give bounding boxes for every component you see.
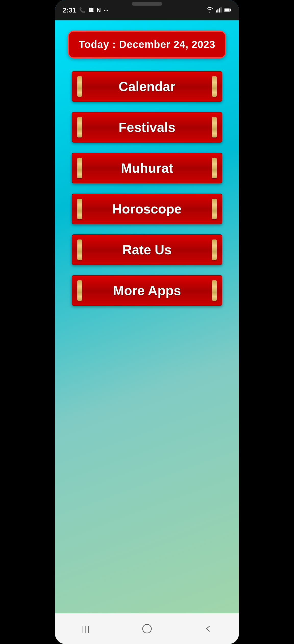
- festivals-label: Festivals: [119, 120, 176, 135]
- svg-rect-6: [230, 9, 231, 11]
- more-icon: ···: [104, 7, 108, 13]
- svg-rect-5: [225, 8, 230, 11]
- horoscope-label: Horoscope: [112, 201, 182, 217]
- horoscope-button[interactable]: Horoscope: [72, 194, 222, 224]
- svg-rect-2: [219, 8, 220, 12]
- call-icon: 📞: [79, 7, 85, 13]
- notch: [132, 2, 162, 6]
- bottom-nav: |||: [55, 613, 239, 644]
- back-button[interactable]: [198, 618, 218, 639]
- netflix-icon: N: [97, 7, 101, 14]
- muhurat-button[interactable]: Muhurat: [72, 153, 222, 183]
- svg-point-7: [143, 624, 151, 633]
- phone-frame: 2:31 📞 🖼 N ···: [55, 0, 239, 644]
- svg-rect-1: [217, 9, 218, 12]
- date-header-text: Today : December 24, 2023: [79, 39, 215, 50]
- signal-icon: [216, 7, 222, 14]
- home-button[interactable]: [137, 618, 157, 639]
- app-content: Today : December 24, 2023 Calendar Festi…: [55, 20, 239, 613]
- svg-rect-3: [220, 7, 222, 12]
- svg-rect-0: [216, 10, 217, 12]
- calendar-button[interactable]: Calendar: [72, 71, 222, 102]
- calendar-label: Calendar: [119, 79, 176, 94]
- more-apps-label: More Apps: [113, 283, 181, 298]
- screenshot-icon: 🖼: [89, 7, 94, 13]
- status-right: [206, 7, 231, 14]
- battery-icon: [224, 7, 231, 13]
- time-display: 2:31: [63, 6, 76, 14]
- wifi-icon: [206, 7, 213, 14]
- muhurat-label: Muhurat: [121, 160, 173, 176]
- festivals-button[interactable]: Festivals: [72, 112, 222, 143]
- status-bar: 2:31 📞 🖼 N ···: [55, 0, 239, 20]
- more-apps-button[interactable]: More Apps: [72, 275, 222, 306]
- rate-us-label: Rate Us: [122, 242, 172, 257]
- date-header: Today : December 24, 2023: [68, 31, 226, 58]
- rate-us-button[interactable]: Rate Us: [72, 234, 222, 265]
- status-left: 2:31 📞 🖼 N ···: [63, 6, 108, 14]
- recent-apps-button[interactable]: |||: [76, 618, 96, 639]
